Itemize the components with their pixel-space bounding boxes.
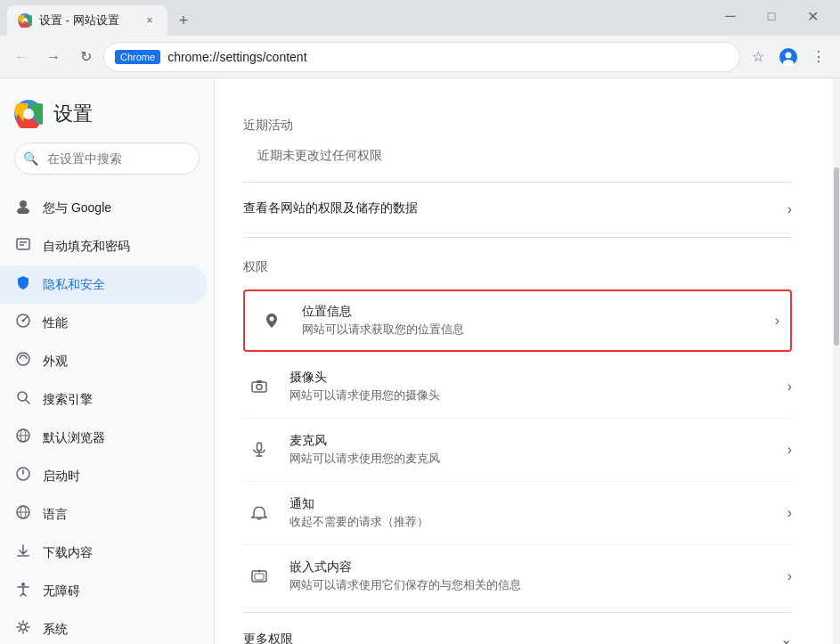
microphone-icon (243, 434, 275, 466)
settings-title: 设置 (53, 101, 93, 127)
notifications-permission-item[interactable]: 通知 收起不需要的请求（推荐） › (243, 482, 792, 545)
scrollbar[interactable] (833, 78, 840, 644)
refresh-button[interactable]: ↻ (71, 43, 100, 71)
sidebar-item-appearance[interactable]: 外观 (0, 342, 207, 380)
close-button[interactable]: ✕ (792, 2, 833, 30)
autofill-icon (14, 236, 32, 257)
sidebar-item-default-browser[interactable]: 默认浏览器 (0, 419, 207, 457)
camera-desc: 网站可以请求使用您的摄像头 (290, 387, 787, 404)
sidebar-nav: 您与 Google 自动填充和密码 隐私和安全 (0, 189, 214, 644)
browser-frame: 设置 - 网站设置 × + ─ □ ✕ ← → ↻ Chrome chrome:… (0, 0, 840, 644)
permissions-label: 权限 (243, 241, 792, 282)
sidebar-item-downloads[interactable]: 下载内容 (0, 534, 207, 572)
notifications-title: 通知 (290, 496, 787, 512)
sidebar-item-google[interactable]: 您与 Google (0, 189, 207, 227)
arrow-icon: › (787, 201, 792, 217)
bookmark-button[interactable]: ☆ (744, 43, 772, 71)
new-tab-button[interactable]: + (171, 8, 196, 33)
recent-activity-text: 近期未更改过任何权限 (243, 141, 792, 178)
sidebar-item-label: 隐私和安全 (43, 277, 105, 293)
toolbar: ← → ↻ Chrome chrome://settings/content ☆… (0, 36, 840, 78)
back-button[interactable]: ← (7, 43, 36, 71)
sidebar-item-label: 无障碍 (43, 583, 80, 599)
embedded-arrow-icon: › (787, 568, 792, 584)
maximize-button[interactable]: □ (751, 2, 792, 30)
svg-point-14 (22, 320, 25, 322)
chevron-down-icon: ⌄ (780, 631, 792, 644)
microphone-arrow-icon: › (787, 442, 792, 458)
content-inner: 近期活动 近期未更改过任何权限 查看各网站的权限及储存的数据 › 权限 (215, 78, 820, 644)
embedded-title: 嵌入式内容 (290, 559, 787, 575)
person-icon (14, 198, 32, 218)
location-icon (256, 305, 288, 337)
permissions-section: 位置信息 网站可以请求获取您的位置信息 › 摄像头 (243, 289, 792, 608)
svg-point-38 (257, 385, 262, 390)
sidebar-item-label: 自动填充和密码 (43, 239, 130, 255)
scrollbar-thumb[interactable] (834, 167, 839, 346)
microphone-title: 麦克风 (290, 433, 787, 449)
sidebar-item-privacy[interactable]: 隐私和安全 (0, 265, 207, 304)
minimize-button[interactable]: ─ (710, 2, 751, 30)
svg-point-36 (270, 317, 274, 322)
view-all-label: 查看各网站的权限及储存的数据 (243, 200, 787, 216)
account-icon (779, 48, 797, 66)
sidebar-item-accessibility[interactable]: 无障碍 (0, 572, 207, 610)
sidebar-item-label: 搜索引擎 (43, 392, 93, 408)
svg-rect-39 (257, 380, 262, 383)
sidebar-item-label: 性能 (43, 315, 68, 331)
svg-rect-37 (252, 382, 266, 392)
svg-point-28 (20, 624, 26, 630)
forward-button[interactable]: → (39, 43, 68, 71)
microphone-permission-item[interactable]: 麦克风 网站可以请求使用您的麦克风 › (243, 419, 792, 482)
system-icon (14, 619, 32, 640)
performance-icon (14, 313, 32, 333)
svg-point-7 (23, 109, 34, 119)
sidebar-item-label: 启动时 (43, 469, 80, 485)
tab-title: 设置 - 网站设置 (39, 12, 135, 29)
sidebar-item-label: 外观 (43, 354, 68, 370)
microphone-desc: 网站可以请求使用您的麦克风 (290, 451, 787, 467)
camera-icon (243, 371, 275, 403)
location-desc: 网站可以请求获取您的位置信息 (302, 322, 775, 338)
active-tab[interactable]: 设置 - 网站设置 × (7, 5, 167, 36)
recent-activity-label: 近期活动 (243, 100, 792, 141)
svg-rect-40 (257, 443, 262, 451)
url-text: chrome://settings/content (167, 50, 729, 64)
accessibility-icon (14, 581, 32, 601)
sidebar-item-search[interactable]: 搜索引擎 (0, 380, 207, 419)
camera-arrow-icon: › (787, 379, 792, 395)
main-content: 近期活动 近期未更改过任何权限 查看各网站的权限及储存的数据 › 权限 (214, 78, 833, 644)
address-bar[interactable]: Chrome chrome://settings/content (103, 42, 740, 72)
sidebar: 设置 🔍 您与 Google 自动填充和密码 (0, 78, 214, 644)
location-permission-item[interactable]: 位置信息 网站可以请求获取您的位置信息 › (245, 291, 790, 350)
camera-permission-item[interactable]: 摄像头 网站可以请求使用您的摄像头 › (243, 355, 792, 419)
menu-button[interactable]: ⋮ (804, 43, 833, 71)
view-all-permissions[interactable]: 查看各网站的权限及储存的数据 › (243, 186, 792, 233)
sidebar-item-label: 您与 Google (43, 200, 111, 216)
search-input[interactable] (14, 143, 200, 175)
sidebar-item-label: 默认浏览器 (43, 430, 105, 446)
sidebar-item-language[interactable]: 语言 (0, 495, 207, 534)
notifications-icon (243, 497, 275, 529)
more-permissions-label: 更多权限 (243, 632, 780, 645)
sidebar-item-label: 系统 (43, 622, 68, 638)
toolbar-actions: ☆ ⋮ (744, 43, 833, 71)
sidebar-item-autofill[interactable]: 自动填充和密码 (0, 227, 207, 265)
svg-point-15 (17, 353, 29, 365)
app-body: 设置 🔍 您与 Google 自动填充和密码 (0, 78, 840, 644)
account-button[interactable] (774, 43, 803, 71)
svg-point-3 (786, 52, 792, 58)
chrome-favicon (18, 13, 32, 28)
sidebar-item-system[interactable]: 系统 (0, 610, 207, 644)
more-permissions[interactable]: 更多权限 ⌄ (243, 616, 792, 644)
search-nav-icon (14, 389, 32, 410)
appearance-icon (14, 351, 32, 371)
language-icon (14, 504, 32, 525)
sidebar-item-label: 下载内容 (43, 545, 93, 561)
embedded-permission-item[interactable]: 嵌入式内容 网站可以请求使用它们保存的与您相关的信息 › (243, 545, 792, 608)
sidebar-item-startup[interactable]: 启动时 (0, 457, 207, 495)
tab-close-button[interactable]: × (143, 13, 157, 28)
sidebar-item-performance[interactable]: 性能 (0, 304, 207, 342)
chrome-badge: Chrome (115, 50, 160, 64)
search-icon: 🔍 (23, 151, 38, 166)
